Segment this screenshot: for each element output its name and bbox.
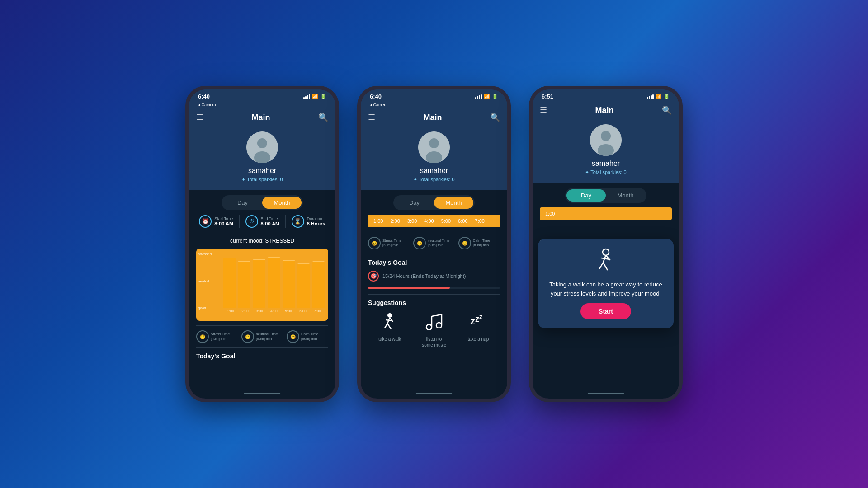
wifi-icon-1: 📶 [312, 94, 318, 99]
y-label-good-1: good [198, 306, 212, 310]
duration-label-1: Duration [307, 216, 326, 221]
mood-label-1: current mood: STRESSED [196, 238, 328, 244]
status-time-1: 6:40 [198, 93, 210, 100]
toggle-day-2[interactable]: Day [395, 197, 434, 209]
profile-section-1: samaher ✦ Total sparkles: 0 [189, 128, 335, 190]
toggle-month-1[interactable]: Month [262, 197, 302, 209]
app-header-3: ☰ Main 🔍 [533, 102, 679, 121]
toggle-month-3[interactable]: Month [606, 189, 645, 202]
avatar-svg-1 [246, 131, 278, 163]
battery-icon-1: 🔋 [320, 94, 326, 99]
menu-icon-3[interactable]: ☰ [540, 105, 547, 115]
search-icon-2[interactable]: 🔍 [490, 113, 500, 122]
progress-bar-2 [368, 287, 500, 289]
toggle-month-2[interactable]: Month [434, 197, 473, 209]
stat-calm-label-1: Calm Time[num] min [301, 332, 318, 342]
bottom-nav-2 [361, 388, 507, 399]
svg-point-4 [429, 138, 439, 148]
menu-icon-1[interactable]: ☰ [196, 113, 203, 122]
goal-text-2: 15/24 Hours (Ends Today at Midnight) [382, 273, 466, 279]
suggestion-walk-2[interactable]: take a walk [378, 311, 401, 348]
status-icons-1: 📶 🔋 [303, 94, 326, 99]
stats-row-2: 😟 Stress Time[num] min 😐 neutural Time[n… [368, 237, 500, 249]
stat-stress-label-2: Stress Time[num] min [382, 239, 401, 248]
avatar-svg-3 [590, 124, 622, 156]
wifi-icon-2: 📶 [484, 94, 490, 99]
svg-point-21 [601, 131, 611, 141]
y-label-stressed-1: stressed [198, 252, 212, 256]
chart-y-labels-1: stressed neutral good [198, 252, 212, 310]
search-icon-3[interactable]: 🔍 [662, 105, 672, 115]
end-time-label-1: End Time [261, 216, 280, 221]
username-2: samaher [420, 167, 448, 175]
divider-1a [196, 233, 328, 233]
stat-neutral-label-2: neutural Time[num] min [428, 239, 449, 248]
svg-point-1 [257, 138, 267, 148]
signal-icon-1 [303, 94, 310, 99]
svg-line-39 [599, 263, 603, 269]
sparkles-2: ✦ Total sparkles: 0 [413, 177, 454, 183]
start-button-3[interactable]: Start [580, 303, 631, 319]
app-title-2: Main [423, 113, 442, 122]
status-time-3: 6:51 [542, 93, 553, 100]
svg-point-6 [387, 313, 392, 318]
progress-fill-2 [368, 287, 450, 289]
divider-3a [540, 225, 672, 225]
toggle-day-1[interactable]: Day [223, 197, 262, 209]
svg-line-16 [432, 314, 442, 316]
status-bar-1: 6:40 📶 🔋 [189, 89, 335, 102]
profile-section-3: samaher ✦ Total sparkles: 0 [533, 121, 679, 183]
start-time-label-1: Start Time [214, 216, 233, 221]
battery-icon-3: 🔋 [664, 94, 670, 99]
avatar-1 [246, 131, 278, 163]
duration-value-1: 8 Hours [307, 221, 326, 226]
end-time-item-1: ⏱ End Time 8:00 AM [245, 215, 280, 228]
toggle-3: Day Month [565, 188, 646, 203]
battery-icon-2: 🔋 [492, 94, 498, 99]
svg-line-9 [387, 324, 391, 329]
divider-2a [368, 232, 500, 232]
nav-indicator-2 [416, 393, 452, 394]
status-icons-2: 📶 🔋 [475, 94, 498, 99]
toggle-day-3[interactable]: Day [566, 189, 606, 202]
phone-1: 6:40 📶 🔋 ◂ Camera ☰ Main 🔍 samaher [185, 86, 339, 402]
todays-goal-title-1: Today's Goal [196, 352, 328, 360]
content-2: Day Month 1:00 2:00 3:00 4:00 5:00 6:00 … [361, 190, 507, 388]
duration-item-1: ⌛ Duration 8 Hours [292, 215, 326, 228]
timeline-bar-3: 1:00 [540, 207, 672, 220]
suggestions-title-2: Suggestions [368, 299, 500, 306]
stat-neutral-icon-2: 😐 [413, 237, 426, 249]
stats-row-1: 😟 Stress Time[num] min 😐 neutural Time[n… [196, 330, 328, 343]
end-time-value-1: 8:00 AM [261, 221, 280, 226]
nav-indicator-1 [244, 393, 280, 394]
phone-2: 6:40 📶 🔋 ◂ Camera ☰ Main 🔍 samaher [357, 86, 511, 402]
stat-stress-1: 😟 Stress Time[num] min [196, 330, 238, 343]
divider-2b [368, 254, 500, 254]
menu-icon-2[interactable]: ☰ [368, 113, 375, 122]
signal-icon-2 [475, 94, 482, 99]
suggestion-nap-2[interactable]: z z z take a nap [467, 311, 490, 348]
stat-calm-icon-1: 😊 [287, 330, 299, 343]
timeline-bar-2: 1:00 2:00 3:00 4:00 5:00 6:00 7:00 [368, 215, 500, 227]
username-1: samaher [248, 167, 276, 175]
chart-1: stressed neutral good 1:00 2:00 3:00 4:0… [196, 249, 328, 321]
nap-label-2: take a nap [468, 336, 489, 342]
search-icon-1[interactable]: 🔍 [318, 113, 328, 122]
svg-text:z: z [475, 314, 479, 324]
avatar-svg-2 [418, 131, 450, 163]
app-title-3: Main [595, 106, 613, 115]
avatar-2 [418, 131, 450, 163]
camera-label-1: ◂ Camera [189, 102, 335, 109]
walk-icon-2 [378, 311, 401, 333]
phone-3: 6:51 📶 🔋 ☰ Main 🔍 samaher ✦ Total [529, 86, 683, 402]
app-title-1: Main [251, 113, 270, 122]
todays-goal-title-2: Today's Goal [368, 259, 500, 266]
stat-neutral-1: 😐 neutural Time[num] min [241, 330, 283, 343]
music-icon-2 [423, 311, 445, 333]
goal-icon-2: 🎯 [368, 271, 379, 282]
stat-stress-2: 😟 Stress Time[num] min [368, 237, 410, 249]
start-time-item-1: ⏰ Start Time 8:00 AM [199, 215, 233, 228]
suggestion-music-2[interactable]: listen tosome music [422, 311, 446, 348]
stat-neutral-2: 😐 neutural Time[num] min [413, 237, 455, 249]
app-header-2: ☰ Main 🔍 [361, 109, 507, 128]
